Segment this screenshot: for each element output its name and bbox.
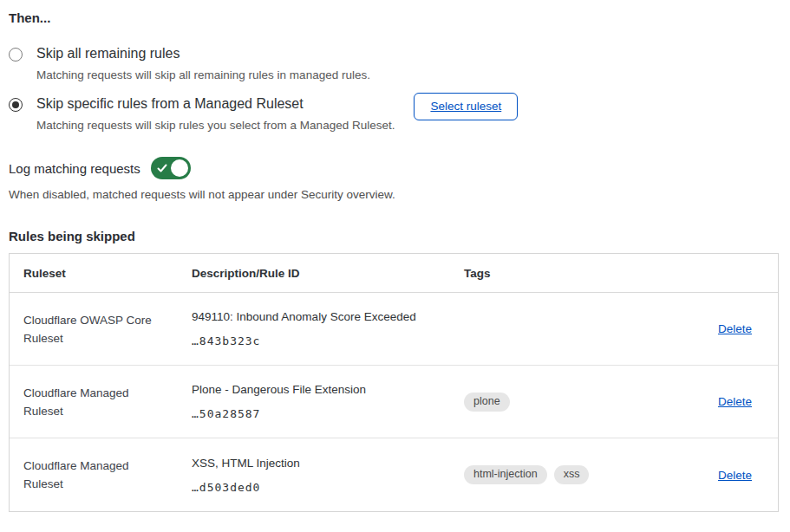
skip-all-rules-label: Skip all remaining rules xyxy=(36,45,370,62)
description-cell: XSS, HTML Injection …d503ded0 xyxy=(192,457,464,494)
rule-description: XSS, HTML Injection xyxy=(192,457,464,470)
ruleset-cell: Cloudflare OWASP Core Ruleset xyxy=(23,311,192,347)
rules-being-skipped-heading: Rules being skipped xyxy=(9,229,780,243)
check-icon xyxy=(157,163,167,173)
delete-link[interactable]: Delete xyxy=(718,395,752,408)
rule-id: …d503ded0 xyxy=(192,481,464,494)
table-row: Cloudflare OWASP Core Ruleset 949110: In… xyxy=(10,293,778,366)
delete-link[interactable]: Delete xyxy=(718,322,752,335)
ruleset-cell: Cloudflare Managed Ruleset xyxy=(23,384,192,420)
tag-badge: plone xyxy=(464,393,510,412)
then-heading: Then... xyxy=(9,10,780,25)
log-matching-row: Log matching requests xyxy=(9,157,780,179)
actions-cell: Delete xyxy=(691,395,752,408)
option-skip-all-rules: Skip all remaining rules Matching reques… xyxy=(9,45,780,82)
toggle-knob xyxy=(171,159,188,177)
column-header-tags: Tags xyxy=(464,267,691,280)
tags-cell: plone xyxy=(464,393,691,412)
skip-specific-rules-description: Matching requests will skip rules you se… xyxy=(36,118,395,133)
tags-cell: html-injection xss xyxy=(464,465,691,484)
skip-specific-rules-label: Skip specific rules from a Managed Rules… xyxy=(36,95,395,113)
actions-cell: Delete xyxy=(691,469,752,482)
skip-all-rules-radio[interactable] xyxy=(9,48,23,62)
tag-badge: xss xyxy=(554,465,590,484)
option-skip-specific-rules: Skip specific rules from a Managed Rules… xyxy=(9,95,780,133)
select-ruleset-button[interactable]: Select ruleset xyxy=(414,93,518,120)
skip-specific-rules-radio[interactable] xyxy=(9,98,23,112)
delete-link[interactable]: Delete xyxy=(718,469,752,482)
column-header-ruleset: Ruleset xyxy=(23,267,192,280)
column-header-description-rule-id: Description/Rule ID xyxy=(192,267,464,280)
log-matching-label: Log matching requests xyxy=(9,161,140,176)
log-matching-toggle[interactable] xyxy=(151,157,191,179)
table-row: Cloudflare Managed Ruleset XSS, HTML Inj… xyxy=(10,438,778,511)
rules-being-skipped-table: Ruleset Description/Rule ID Tags Cloudfl… xyxy=(9,253,779,512)
rule-description: Plone - Dangerous File Extension xyxy=(192,383,464,397)
description-cell: Plone - Dangerous File Extension …50a285… xyxy=(192,383,464,420)
rule-description: 949110: Inbound Anomaly Score Exceeded xyxy=(192,310,464,324)
actions-cell: Delete xyxy=(691,322,752,335)
tag-badge: html-injection xyxy=(464,465,547,484)
log-matching-help-text: When disabled, matched requests will not… xyxy=(9,187,780,202)
radio-dot xyxy=(12,101,19,108)
rule-id: …843b323c xyxy=(192,334,464,347)
ruleset-cell: Cloudflare Managed Ruleset xyxy=(23,457,192,493)
description-cell: 949110: Inbound Anomaly Score Exceeded …… xyxy=(192,310,464,347)
rule-id: …50a28587 xyxy=(192,407,464,420)
table-row: Cloudflare Managed Ruleset Plone - Dange… xyxy=(10,366,778,438)
skip-all-rules-description: Matching requests will skip all remainin… xyxy=(36,68,370,82)
table-header-row: Ruleset Description/Rule ID Tags xyxy=(10,254,778,293)
